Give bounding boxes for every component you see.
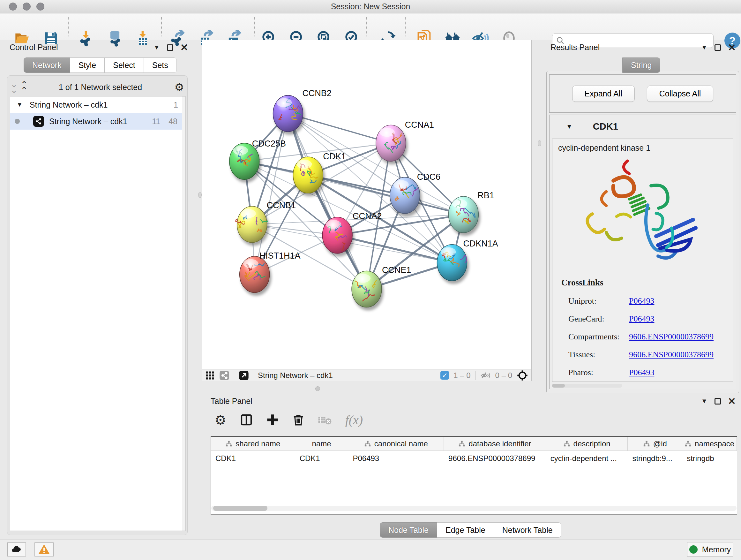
column-header[interactable]: shared name <box>211 437 295 450</box>
network-collection-row[interactable]: ▼ String Network – cdk1 1 <box>10 97 185 113</box>
network-list: ▼ String Network – cdk1 1 String Network… <box>10 96 185 531</box>
network-node-ccnb1[interactable]: CCNB1 <box>235 200 295 243</box>
column-header[interactable]: canonical name <box>348 437 444 450</box>
network-options-gear-icon[interactable]: ⚙ <box>175 81 184 94</box>
fit-content-crosshair-icon[interactable] <box>517 370 528 381</box>
network-edge[interactable] <box>288 114 391 143</box>
network-edge[interactable] <box>288 114 367 289</box>
tree-expand-icon[interactable]: ▼ <box>17 101 23 108</box>
float-panel-icon[interactable]: ▼ <box>701 44 708 51</box>
float-panel-icon[interactable]: ▼ <box>701 397 708 405</box>
network-row-selected[interactable]: String Network – cdk1 11 48 <box>10 113 185 130</box>
network-list-scrollbar[interactable] <box>182 97 185 531</box>
grid-view-icon[interactable] <box>205 371 215 380</box>
toolbar-separator <box>161 17 162 37</box>
tab-node-table[interactable]: Node Table <box>380 522 437 538</box>
add-column-icon[interactable] <box>266 414 279 426</box>
column-header[interactable]: namespace <box>682 437 737 450</box>
network-node-rb1[interactable]: RB1 <box>449 191 494 233</box>
left-splitter-handle[interactable] <box>198 192 202 198</box>
control-panel-title: Control Panel <box>10 43 58 52</box>
close-window-button[interactable] <box>9 3 17 10</box>
results-panel-title: Results Panel <box>550 43 600 52</box>
network-node-ccna2[interactable]: CCNA2 <box>322 211 382 253</box>
collapse-all-button[interactable]: Collapse All <box>647 85 714 102</box>
cloud-button[interactable] <box>7 543 26 557</box>
tab-string[interactable]: String <box>622 57 660 73</box>
tab-network-table[interactable]: Network Table <box>494 522 561 538</box>
network-node-cdc25b[interactable]: CDC25B <box>229 139 286 179</box>
close-panel-icon[interactable]: ✕ <box>728 398 736 405</box>
right-splitter-handle[interactable] <box>538 140 541 146</box>
close-panel-icon[interactable]: ✕ <box>728 44 736 51</box>
memory-button[interactable]: Memory <box>687 542 733 557</box>
collapse-section-icon[interactable]: ▼ <box>566 123 572 130</box>
table-cell[interactable]: CDK1 <box>211 451 295 466</box>
table-cell[interactable]: CDK1 <box>295 451 348 466</box>
network-selection-status: 1 of 1 Network selected <box>26 83 175 92</box>
string-network-graph[interactable]: CCNB2CCNA1CDC25BCDK1CDC6RB1CCNB1CCNA2CDK… <box>202 40 531 369</box>
column-header[interactable]: @id <box>628 437 682 450</box>
maximize-panel-icon[interactable] <box>715 44 721 51</box>
table-row[interactable]: CDK1CDK1P064939606.ENSP00000378699cyclin… <box>211 451 737 466</box>
column-header[interactable]: description <box>546 437 628 450</box>
network-canvas[interactable]: CCNB2CCNA1CDC25BCDK1CDC6RB1CCNB1CCNA2CDK… <box>202 40 532 369</box>
uniprot-link[interactable]: P06493 <box>629 296 654 306</box>
expand-all-networks-icon[interactable]: ⌃⌃ <box>21 81 26 93</box>
birdseye-view-icon[interactable] <box>219 370 229 381</box>
network-node-cdk1[interactable]: CDK1 <box>293 152 346 193</box>
pharos-link[interactable]: P06493 <box>629 368 654 377</box>
tab-sets[interactable]: Sets <box>144 57 177 73</box>
table-options-gear-icon[interactable]: ⚙ <box>214 412 226 428</box>
gene-description: cyclin-dependent kinase 1 <box>558 143 733 152</box>
network-edge[interactable] <box>255 114 288 274</box>
network-node-ccne1[interactable]: CCNE1 <box>352 265 411 307</box>
table-cell[interactable]: 9606.ENSP00000378699 <box>444 451 546 466</box>
minimize-window-button[interactable] <box>23 3 30 10</box>
close-panel-icon[interactable]: ✕ <box>180 44 188 51</box>
warnings-button[interactable] <box>35 543 54 557</box>
delete-column-trash-icon[interactable] <box>292 414 305 426</box>
show-columns-icon[interactable] <box>240 414 253 426</box>
tab-style[interactable]: Style <box>70 57 105 73</box>
horizontal-splitter[interactable] <box>202 381 532 393</box>
statusbar-separator <box>234 371 234 380</box>
node-gloss-highlight <box>243 259 259 268</box>
compartments-link[interactable]: 9606.ENSP00000378699 <box>629 332 714 341</box>
network-node-hist1h1a[interactable]: HIST1H1A <box>240 251 300 293</box>
crosslinks-section: CrossLinks Uniprot:P06493 GeneCard:P0649… <box>561 278 733 381</box>
collapse-all-networks-icon[interactable]: ⌄⌄ <box>10 81 16 93</box>
network-edge[interactable] <box>337 235 452 263</box>
genecard-link[interactable]: P06493 <box>629 314 654 324</box>
selected-nodes-checkbox-icon[interactable]: ✓ <box>441 371 449 380</box>
table-cell[interactable]: cyclin-dependent ... <box>546 451 628 466</box>
float-panel-icon[interactable]: ▼ <box>153 44 160 51</box>
crosslink-label: Uniprot: <box>568 296 629 306</box>
open-in-new-window-icon[interactable] <box>239 370 249 381</box>
table-cell[interactable]: stringdb:9... <box>628 451 682 466</box>
column-header-label: name <box>312 439 331 448</box>
table-cell[interactable]: P06493 <box>348 451 444 466</box>
result-gene-title: CDK1 <box>593 121 618 132</box>
table-cell[interactable]: stringdb <box>682 451 737 466</box>
node-table: shared namenamecanonical namedatabase id… <box>211 436 737 515</box>
table-horizontal-scrollbar[interactable] <box>211 506 737 511</box>
tab-network[interactable]: Network <box>23 57 70 73</box>
tab-edge-table[interactable]: Edge Table <box>437 522 494 538</box>
results-horizontal-scrollbar[interactable] <box>552 384 622 388</box>
network-node-ccna1[interactable]: CCNA1 <box>376 120 434 161</box>
network-node-cdkn1a[interactable]: CDKN1A <box>437 239 498 281</box>
tab-select[interactable]: Select <box>105 57 144 73</box>
expand-all-button[interactable]: Expand All <box>572 85 635 102</box>
protein-structure-image <box>576 154 710 273</box>
splitter-handle-dot[interactable] <box>315 386 320 391</box>
maximize-panel-icon[interactable] <box>715 398 721 405</box>
namespace-icon <box>364 440 371 447</box>
toolbar-separator <box>68 17 69 37</box>
maximize-window-button[interactable] <box>37 3 44 10</box>
network-node-ccnb2[interactable]: CCNB2 <box>273 88 332 132</box>
column-header[interactable]: name <box>295 437 348 450</box>
tissues-link[interactable]: 9606.ENSP00000378699 <box>629 350 714 360</box>
column-header[interactable]: database identifier <box>444 437 546 450</box>
maximize-panel-icon[interactable] <box>167 44 173 51</box>
